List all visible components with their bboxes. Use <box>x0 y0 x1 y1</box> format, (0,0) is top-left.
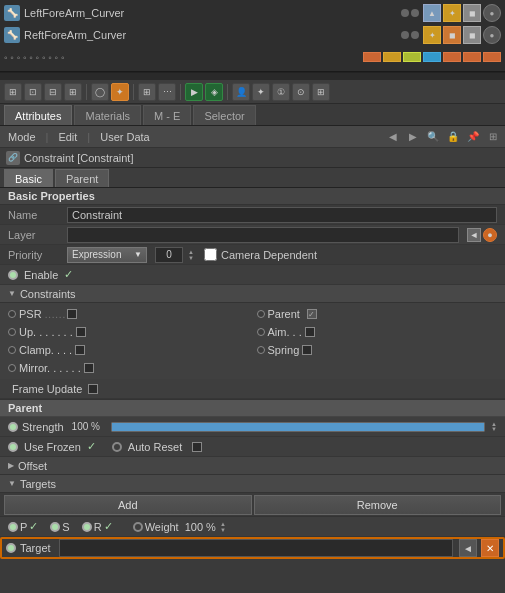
auto-reset-check[interactable] <box>192 442 202 452</box>
camera-dependent-checkbox[interactable] <box>204 248 217 261</box>
frame-update-row: Frame Update <box>0 379 505 399</box>
mode-button[interactable]: Mode <box>4 130 40 144</box>
targets-label: Targets <box>20 478 56 490</box>
userdata-button[interactable]: User Data <box>96 130 154 144</box>
use-frozen-radio[interactable] <box>8 442 18 452</box>
aim-check[interactable] <box>305 327 315 337</box>
psr-check[interactable] <box>67 309 77 319</box>
layer-label: Layer <box>8 229 63 241</box>
subtab-basic[interactable]: Basic <box>4 169 53 187</box>
psr-item-weight: Weight 100 % ▲ ▼ <box>133 521 226 533</box>
offset-header[interactable]: ▶ Offset <box>0 457 505 475</box>
up-check[interactable] <box>76 327 86 337</box>
layer-btn-2[interactable]: ● <box>483 228 497 242</box>
parent-radio[interactable] <box>257 310 265 318</box>
targets-header[interactable]: ▼ Targets <box>0 475 505 493</box>
num-down-icon[interactable]: ▼ <box>188 255 194 261</box>
remove-button[interactable]: Remove <box>254 495 502 515</box>
weight-down-icon[interactable]: ▼ <box>220 527 226 533</box>
strength-radio[interactable] <box>8 422 18 432</box>
constraints-grid: PSR . . . . . . Parent ✓ Up. . . . . . .… <box>0 303 505 379</box>
priority-label: Priority <box>8 249 63 261</box>
constraints-section-header[interactable]: ▼ Constraints <box>0 285 505 303</box>
toolbar-icon-7[interactable]: ⊞ <box>138 83 156 101</box>
scrollbar[interactable] <box>0 72 505 80</box>
strength-down-icon[interactable]: ▼ <box>491 427 497 432</box>
frame-update-label: Frame Update <box>12 383 82 395</box>
tab-selector[interactable]: Selector <box>193 105 255 125</box>
up-radio[interactable] <box>8 328 16 336</box>
toolbar-icon-14[interactable]: ⊙ <box>292 83 310 101</box>
toolbar-icon-5[interactable]: ◯ <box>91 83 109 101</box>
toolbar-icon-13[interactable]: ① <box>272 83 290 101</box>
lock-icon[interactable]: 🔒 <box>445 129 461 145</box>
priority-num-input[interactable] <box>155 247 183 263</box>
scene-item-name-1: LeftForeArm_Curver <box>24 7 397 19</box>
r-radio[interactable] <box>82 522 92 532</box>
scene-row-2[interactable]: 🦴 ReftForeArm_Curver ✦ ◼ ◼ ● <box>0 24 505 46</box>
add-button[interactable]: Add <box>4 495 252 515</box>
scene-item-name-2: ReftForeArm_Curver <box>24 29 397 41</box>
clamp-radio[interactable] <box>8 346 16 354</box>
target-btn-pick[interactable]: ◄ <box>459 539 477 557</box>
toolbar-icon-15[interactable]: ⊞ <box>312 83 330 101</box>
search-icon[interactable]: 🔍 <box>425 129 441 145</box>
scene-row-1[interactable]: 🦴 LeftForeArm_Curver ▲ ✦ ◼ ● <box>0 2 505 24</box>
constraint-item-spring: Spring <box>253 341 502 359</box>
toolbar-icon-6[interactable]: ✦ <box>111 83 129 101</box>
toolbar-icon-10[interactable]: ◈ <box>205 83 223 101</box>
tab-me[interactable]: M - E <box>143 105 191 125</box>
spring-radio[interactable] <box>257 346 265 354</box>
target-radio[interactable] <box>6 543 16 553</box>
mirror-radio[interactable] <box>8 364 16 372</box>
name-label: Name <box>8 209 63 221</box>
strength-slider[interactable] <box>111 422 485 432</box>
scene-row-3[interactable]: ◦ ◦ ◦ ◦ ◦ ◦ ◦ ◦ ◦ ◦ <box>0 46 505 68</box>
tab-materials[interactable]: Materials <box>74 105 141 125</box>
toolbar-sep-2 <box>133 84 134 100</box>
spring-check[interactable] <box>302 345 312 355</box>
aim-radio[interactable] <box>257 328 265 336</box>
target-btn-clear[interactable]: ✕ <box>481 539 499 557</box>
toolbar-icon-4[interactable]: ⊞ <box>64 83 82 101</box>
toolbar-icon-11[interactable]: 👤 <box>232 83 250 101</box>
toolbar: ⊞ ⊡ ⊟ ⊞ ◯ ✦ ⊞ ⋯ ▶ ◈ 👤 ✦ ① ⊙ ⊞ <box>0 80 505 104</box>
layer-btn-1[interactable]: ◄ <box>467 228 481 242</box>
toolbar-icon-8[interactable]: ⋯ <box>158 83 176 101</box>
mirror-check[interactable] <box>84 363 94 373</box>
more-icon[interactable]: ⊞ <box>485 129 501 145</box>
edit-button[interactable]: Edit <box>54 130 81 144</box>
psr-radio[interactable] <box>8 310 16 318</box>
toolbar-icon-9[interactable]: ▶ <box>185 83 203 101</box>
nav-forward-icon[interactable]: ▶ <box>405 129 421 145</box>
auto-reset-radio[interactable] <box>112 442 122 452</box>
frame-update-check[interactable] <box>88 384 98 394</box>
toolbar-icon-2[interactable]: ⊡ <box>24 83 42 101</box>
toolbar-icon-1[interactable]: ⊞ <box>4 83 22 101</box>
toolbar-sep-3 <box>180 84 181 100</box>
constraints-section: ▼ Constraints PSR . . . . . . Parent ✓ U… <box>0 285 505 400</box>
aim-label: Aim. . . <box>268 326 302 338</box>
weight-radio[interactable] <box>133 522 143 532</box>
constraint-header: 🔗 Constraint [Constraint] <box>0 148 505 168</box>
use-frozen-row: Use Frozen ✓ Auto Reset <box>0 437 505 457</box>
s-radio[interactable] <box>50 522 60 532</box>
toolbar-icon-12[interactable]: ✦ <box>252 83 270 101</box>
enable-radio[interactable] <box>8 270 18 280</box>
tab-attributes[interactable]: Attributes <box>4 105 72 125</box>
priority-dropdown[interactable]: Expression ▼ <box>67 247 147 263</box>
toolbar-icon-3[interactable]: ⊟ <box>44 83 62 101</box>
clamp-check[interactable] <box>75 345 85 355</box>
pin-icon[interactable]: 📌 <box>465 129 481 145</box>
nav-back-icon[interactable]: ◀ <box>385 129 401 145</box>
layer-input[interactable] <box>67 227 459 243</box>
parent-check[interactable]: ✓ <box>307 309 317 319</box>
target-input[interactable] <box>59 539 453 557</box>
name-input[interactable] <box>67 207 497 223</box>
s-label: S <box>62 521 69 533</box>
p-radio[interactable] <box>8 522 18 532</box>
bone-icon-2: 🦴 <box>4 27 20 43</box>
btn-row: Add Remove <box>0 493 505 517</box>
subtab-parent[interactable]: Parent <box>55 169 109 187</box>
scene-panel: 🦴 LeftForeArm_Curver ▲ ✦ ◼ ● 🦴 ReftForeA… <box>0 0 505 72</box>
